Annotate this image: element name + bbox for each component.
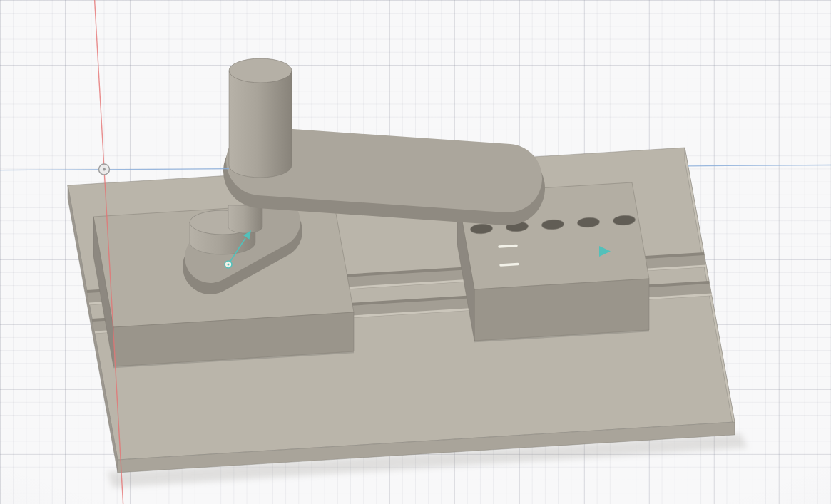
- sketch-dash: [499, 246, 516, 247]
- y-axis-line[interactable]: [0, 169, 229, 170]
- crank-arm[interactable]: [260, 161, 508, 188]
- y-axis-line[interactable]: [688, 165, 831, 166]
- crank-cylinder-top-face[interactable]: [229, 58, 292, 83]
- crank-arm-top-face[interactable]: [260, 161, 508, 178]
- model-scene: [0, 0, 831, 504]
- sketch-point-center: [228, 264, 230, 266]
- crank-shaft[interactable]: [228, 205, 262, 233]
- crank-cylinder[interactable]: [229, 58, 292, 178]
- cad-viewport[interactable]: [0, 0, 831, 504]
- sketch-dash: [501, 264, 518, 266]
- crank-cylinder-body[interactable]: [229, 71, 292, 178]
- right-block-front-face[interactable]: [474, 279, 649, 341]
- crank-shaft-body[interactable]: [228, 205, 262, 233]
- origin-marker-dot: [103, 168, 106, 171]
